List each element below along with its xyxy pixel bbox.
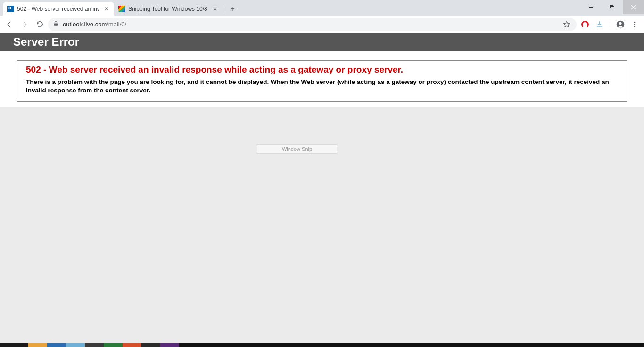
error-description: There is a problem with the page you are…	[26, 78, 618, 95]
tab-title: 502 - Web server received an inv	[17, 6, 100, 12]
svg-point-7	[619, 22, 621, 24]
window-maximize-button[interactable]	[602, 0, 623, 14]
reload-button[interactable]	[33, 18, 46, 31]
page-viewport: Server Error 502 - Web server received a…	[0, 33, 644, 347]
chrome-menu-icon[interactable]	[628, 18, 641, 31]
address-bar[interactable]: outlook.live.com/mail/0/	[48, 18, 577, 31]
tab-title: Snipping Tool for Windows 10/8	[128, 6, 208, 12]
taskbar-sliver	[0, 343, 644, 347]
back-button[interactable]	[3, 18, 16, 31]
server-error-header: Server Error	[0, 33, 644, 51]
download-icon[interactable]	[593, 18, 606, 31]
tab-divider	[223, 5, 223, 13]
url-host: outlook.live.com	[63, 21, 107, 28]
bookmark-star-icon[interactable]	[561, 19, 572, 30]
window-minimize-button[interactable]	[580, 0, 602, 14]
toolbar-right-icons	[578, 18, 641, 31]
toolbar-separator	[610, 20, 610, 29]
browser-toolbar: outlook.live.com/mail/0/	[0, 16, 644, 33]
svg-point-10	[634, 26, 635, 27]
window-tab-strip: 502 - Web server received an inv ✕ Snipp…	[0, 0, 644, 16]
error-content-wrap: 502 - Web server received an invalid res…	[0, 51, 644, 107]
outlook-favicon-icon	[7, 5, 14, 13]
browser-tab-active[interactable]: 502 - Web server received an inv ✕	[3, 2, 114, 16]
error-box: 502 - Web server received an invalid res…	[17, 60, 627, 102]
close-tab-icon[interactable]: ✕	[211, 5, 219, 13]
close-tab-icon[interactable]: ✕	[103, 5, 110, 13]
new-tab-button[interactable]: +	[226, 2, 239, 16]
svg-rect-2	[611, 6, 614, 9]
forward-button[interactable]	[18, 18, 31, 31]
snipping-favicon-icon	[118, 5, 125, 13]
lock-icon	[53, 21, 59, 28]
extension-opera-icon[interactable]	[578, 18, 592, 31]
svg-point-9	[634, 24, 635, 25]
tabs-container: 502 - Web server received an inv ✕ Snipp…	[0, 0, 239, 16]
window-snip-tooltip: Window Snip	[257, 144, 337, 154]
browser-tab[interactable]: Snipping Tool for Windows 10/8 ✕	[114, 2, 223, 16]
error-title: 502 - Web server received an invalid res…	[26, 65, 618, 75]
profile-avatar-icon[interactable]	[614, 18, 627, 31]
svg-rect-5	[54, 23, 58, 25]
url-text: outlook.live.com/mail/0/	[63, 21, 558, 28]
svg-point-8	[634, 22, 635, 23]
window-close-button[interactable]	[623, 0, 644, 14]
window-controls	[580, 0, 644, 14]
url-path: /mail/0/	[107, 21, 126, 28]
